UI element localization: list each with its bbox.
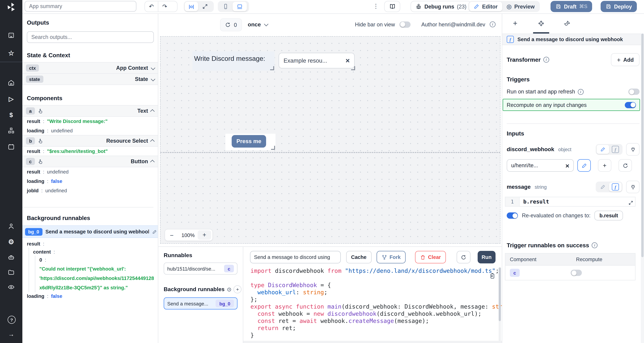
debug-runs-button[interactable]: Debug runs (23) [410, 1, 471, 12]
refresh-count-button[interactable]: 0 [220, 18, 242, 31]
code-horizontal-scrollbar[interactable] [243, 341, 502, 343]
frequency-select[interactable]: once [248, 18, 268, 30]
bg-runnable-item[interactable]: Send a message... bg_0 [164, 298, 238, 310]
text-component[interactable]: Write Discord message: [194, 54, 265, 62]
tab-component-settings[interactable] [528, 14, 554, 34]
app-summary-input[interactable] [24, 1, 136, 12]
windmill-logo-icon[interactable] [5, 1, 17, 13]
create-resource-button[interactable]: + [598, 159, 611, 172]
runs-play-icon[interactable]: ▷ [8, 95, 15, 102]
edit-resource-button[interactable] [577, 159, 591, 172]
static-pencil-toggle[interactable] [596, 145, 609, 154]
code-line[interactable] [243, 274, 502, 282]
runnable-item[interactable]: hub/1511/discord/se... c [164, 262, 238, 274]
static-pencil-toggle[interactable] [596, 182, 609, 192]
code-line[interactable]: }; [243, 296, 502, 303]
resource-select-component[interactable]: Example resou... × [278, 53, 355, 68]
chevron-up-icon[interactable] [150, 109, 155, 114]
refresh-code-button[interactable] [456, 251, 470, 264]
resource-select-cell[interactable]: Example resou... × [278, 52, 356, 71]
resource-picker[interactable]: u/henri/te... × [507, 159, 574, 172]
reeval-target-badge[interactable]: b.result [594, 211, 623, 220]
tab-styling[interactable] [554, 14, 580, 34]
message-expr-editor[interactable]: 1 b.result [505, 197, 636, 206]
mobile-view-toggle[interactable] [219, 2, 232, 11]
component-row[interactable]: b Resource Select [22, 135, 158, 147]
bg-runnable-row[interactable]: bg_0 Send a message to discord using web… [22, 226, 158, 238]
recompute-toggle[interactable] [625, 102, 636, 108]
connect-plug-button[interactable] [626, 181, 640, 193]
code-editor[interactable]: import discordwebhook from "https://deno… [243, 268, 502, 343]
run-on-start-toggle[interactable] [628, 88, 640, 95]
tab-preview[interactable]: ◎ Preview [502, 2, 539, 11]
home-icon[interactable] [8, 79, 15, 86]
app-canvas[interactable]: Write Discord message: Example resou... … [160, 36, 500, 244]
resources-cubes-icon[interactable] [8, 127, 15, 134]
code-line[interactable]: return ret; [243, 325, 502, 332]
component-row[interactable]: a Text [22, 105, 158, 117]
add-bg-runnable-button[interactable]: + [234, 285, 242, 293]
resize-handle[interactable] [271, 146, 275, 150]
center-align-toggle[interactable]: |o| [185, 2, 198, 11]
schedules-calendar-icon[interactable] [8, 143, 15, 150]
workers-robot-icon[interactable] [8, 254, 15, 261]
button-component-cell[interactable]: Press me [226, 134, 276, 150]
fork-button[interactable]: Fork [376, 251, 406, 264]
cache-button[interactable]: Cache [346, 251, 372, 264]
edit-pencil-icon[interactable] [152, 229, 157, 234]
tab-editor[interactable]: Editor [469, 2, 502, 11]
deploy-button[interactable]: Deploy [600, 1, 637, 12]
variables-dollar-icon[interactable]: $ [8, 111, 15, 118]
tab-insert-component[interactable]: + [502, 14, 528, 34]
code-line[interactable]: const ret = await webhook.createMessage(… [243, 318, 502, 325]
copy-clipboard-icon[interactable] [489, 273, 496, 279]
reeval-toggle[interactable] [507, 212, 518, 219]
clear-resource-icon[interactable]: × [566, 162, 569, 169]
search-outputs-input[interactable] [27, 31, 154, 43]
kebab-menu-icon[interactable]: ⋮ [369, 3, 383, 10]
text-component-cell[interactable]: Write Discord message: [192, 52, 274, 71]
chevron-up-icon[interactable] [150, 139, 155, 144]
add-transformer-button[interactable]: + Add [611, 53, 640, 66]
redo-button[interactable]: ↷ [158, 1, 171, 12]
code-line[interactable]: import discordwebhook from "https://deno… [243, 268, 502, 274]
runnable-name-input[interactable] [250, 251, 341, 264]
refresh-resource-button[interactable] [618, 159, 632, 172]
code-line[interactable]: export async function main(discord_webho… [243, 303, 502, 310]
code-vertical-scrollbar[interactable] [499, 268, 501, 343]
collapse-arrow-right-icon[interactable]: → [8, 330, 15, 338]
eval-function-toggle[interactable]: f [609, 182, 622, 192]
chevron-down-icon[interactable] [151, 76, 155, 81]
code-line[interactable]: type DiscordWebhook = { [243, 282, 502, 289]
folders-icon[interactable] [8, 269, 15, 276]
code-line[interactable]: } [243, 332, 502, 339]
code-line[interactable]: webhook_url: string; [243, 289, 502, 296]
info-icon[interactable]: i [578, 89, 584, 95]
state-row[interactable]: state State [22, 73, 158, 85]
right-panel-scrollbar[interactable] [641, 34, 644, 343]
info-icon[interactable]: i [592, 242, 598, 248]
workspace-building-icon[interactable] [8, 32, 15, 39]
fullscreen-toggle[interactable] [198, 2, 212, 11]
clear-select-icon[interactable]: × [346, 57, 350, 64]
resize-handle[interactable] [351, 66, 355, 70]
logs-eye-icon[interactable] [8, 284, 15, 291]
help-icon[interactable]: ? [8, 316, 16, 324]
info-icon[interactable]: i [490, 22, 496, 27]
run-button[interactable]: Run [478, 251, 496, 264]
clear-button[interactable]: Clear [415, 251, 446, 264]
user-icon[interactable] [8, 223, 15, 230]
gear-icon[interactable]: ⚙ [8, 238, 15, 246]
ctx-row[interactable]: ctx App Context [22, 62, 158, 74]
chevron-up-icon[interactable] [150, 160, 155, 164]
zoom-out-button[interactable]: − [165, 232, 178, 239]
connect-plug-button[interactable] [626, 143, 640, 156]
draft-button[interactable]: Draft ⌘S [550, 1, 592, 12]
zoom-in-button[interactable]: + [198, 230, 211, 240]
code-line[interactable]: const webhook = new discordwebhook(disco… [243, 310, 502, 318]
eval-function-toggle[interactable]: f [609, 145, 622, 154]
expand-editor-icon[interactable] [628, 200, 633, 205]
desktop-view-toggle[interactable] [232, 2, 247, 11]
component-row[interactable]: c Button [22, 156, 158, 167]
favorites-star-icon[interactable]: ☆ [8, 50, 15, 57]
